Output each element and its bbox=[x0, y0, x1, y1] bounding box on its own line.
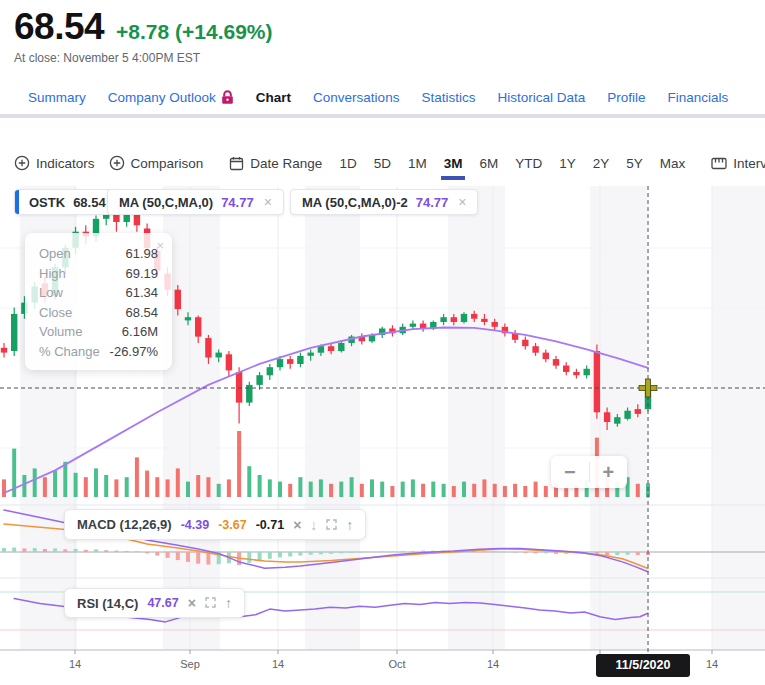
move-up-icon[interactable]: ↑ bbox=[346, 517, 353, 533]
x-axis-label: 14 bbox=[69, 658, 81, 670]
close-icon[interactable]: × bbox=[264, 194, 272, 210]
close-icon[interactable]: × bbox=[188, 595, 196, 611]
macd-signal-value: -3.67 bbox=[218, 518, 247, 532]
expand-icon[interactable] bbox=[326, 517, 337, 533]
x-axis-label: Sep bbox=[180, 658, 200, 670]
close-icon[interactable]: × bbox=[458, 194, 466, 210]
x-axis-label: Oct bbox=[388, 658, 405, 670]
crosshair-date-badge: 11/5/2020 bbox=[596, 654, 690, 677]
x-axis-label: 14 bbox=[487, 658, 499, 670]
legend-chip-symbol[interactable]: OSTK 68.54 bbox=[14, 189, 118, 215]
macd-hist-value: -0.71 bbox=[256, 518, 285, 532]
zoom-controls: − + bbox=[551, 456, 627, 488]
zoom-out-button[interactable]: − bbox=[551, 456, 589, 488]
macd-indicator-chip[interactable]: MACD (12,26,9) -4.39 -3.67 -0.71 × ↓ ↑ bbox=[64, 509, 366, 540]
expand-icon[interactable] bbox=[205, 595, 216, 611]
x-axis-label: 14 bbox=[706, 658, 718, 670]
ma2-label: MA (50,C,MA,0)-2 bbox=[302, 195, 408, 210]
symbol-label: OSTK bbox=[29, 195, 65, 210]
legend-chip-ma2[interactable]: MA (50,C,MA,0)-2 74.77 × bbox=[290, 189, 478, 215]
ma-label: MA (50,C,MA,0) bbox=[119, 195, 213, 210]
close-icon[interactable]: × bbox=[156, 238, 164, 253]
stock-chart-page: 68.54 +8.78 (+14.69%) At close: November… bbox=[0, 0, 765, 685]
move-up-icon[interactable]: ↑ bbox=[225, 595, 232, 611]
ma-value: 74.77 bbox=[221, 195, 254, 210]
x-axis-label: 14 bbox=[272, 658, 284, 670]
legend-chip-ma[interactable]: MA (50,C,MA,0) 74.77 × bbox=[107, 189, 284, 215]
ma2-value: 74.77 bbox=[416, 195, 449, 210]
macd-value: -4.39 bbox=[181, 518, 210, 532]
symbol-price: 68.54 bbox=[73, 195, 106, 210]
close-icon[interactable]: × bbox=[293, 517, 301, 533]
ohlc-tooltip: × Open61.98 High69.19 Low61.34 Close68.5… bbox=[25, 233, 172, 370]
zoom-in-button[interactable]: + bbox=[590, 456, 628, 488]
rsi-value: 47.67 bbox=[147, 596, 178, 610]
rsi-label: RSI (14,C) bbox=[77, 596, 138, 611]
macd-label: MACD (12,26,9) bbox=[77, 517, 172, 532]
move-down-icon[interactable]: ↓ bbox=[310, 517, 317, 533]
rsi-indicator-chip[interactable]: RSI (14,C) 47.67 × ↑ bbox=[64, 588, 245, 618]
